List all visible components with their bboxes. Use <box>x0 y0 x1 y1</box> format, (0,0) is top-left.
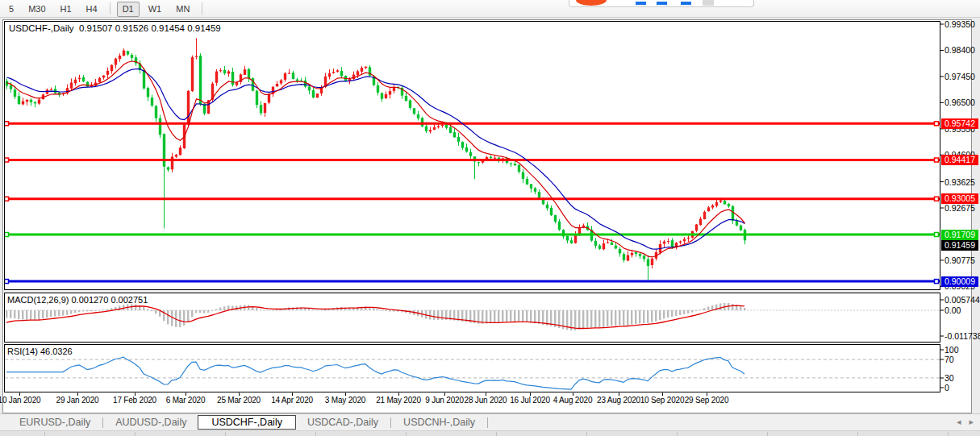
scroll-strip-tick <box>135 432 136 436</box>
scroll-strip-tick <box>496 432 497 436</box>
scroll-strip-tick <box>767 432 768 436</box>
toolbar-separator <box>202 2 202 15</box>
cutoff-window-fragment <box>569 0 754 7</box>
macd-axis-label: -0.011738 <box>945 331 980 341</box>
price-axis-label: 0.92675 <box>945 203 975 213</box>
date-axis-label: 28 Jun 2020 <box>465 396 507 405</box>
symbol-tab-usdcnh[interactable]: USDCNH-,Daily <box>392 415 486 430</box>
macd-axis-label: 0.00 <box>945 305 961 315</box>
timeframe-button-5[interactable]: 5 <box>3 2 19 17</box>
scroll-strip-tick <box>406 432 407 436</box>
price-axis-label: 0.90775 <box>945 255 975 265</box>
symbol-tab-usdcad[interactable]: USDCAD-,Daily <box>296 415 390 430</box>
symbol-tab-usdchf[interactable]: USDCHF-,Daily <box>198 415 296 430</box>
scroll-strip-tick <box>677 432 678 436</box>
date-axis-label: 6 Mar 2020 <box>166 396 206 405</box>
date-axis-label: 14 Apr 2020 <box>271 396 313 405</box>
date-axis-label: 29 Sep 2020 <box>685 396 729 405</box>
symbol-tab-audusd[interactable]: AUDUSD-,Daily <box>104 415 198 430</box>
toolbar-separator <box>110 2 111 15</box>
link-fragment <box>636 2 646 5</box>
price-axis-label: 0.98400 <box>945 45 975 55</box>
date-axis-label: 16 Jul 2020 <box>510 396 550 405</box>
scroll-strip-tick <box>857 432 858 436</box>
tab-separator <box>102 417 103 428</box>
date-axis-label: 9 Jun 2020 <box>425 396 464 405</box>
rsi-axis-label: 30 <box>945 373 954 383</box>
price-axis-label: 0.96500 <box>945 98 975 107</box>
symbol-tab-eurusd[interactable]: EURUSD-,Daily <box>8 415 102 430</box>
tab-scroll-left-icon[interactable]: ◂ <box>957 417 961 426</box>
scroll-strip-tick <box>315 432 316 436</box>
timeframe-button-d1[interactable]: D1 <box>117 2 140 17</box>
bottom-scroll-strip[interactable] <box>0 430 980 436</box>
date-axis-label: 3 May 2020 <box>325 396 365 405</box>
rsi-axis-label: 0 <box>945 383 949 392</box>
timeframe-button-m30[interactable]: M30 <box>23 2 51 17</box>
date-axis-label: 17 Feb 2020 <box>113 396 156 405</box>
timeframe-button-h4[interactable]: H4 <box>81 2 103 17</box>
timeframe-button-mn[interactable]: MN <box>170 2 195 17</box>
symbol-tab-bar: EURUSD-,DailyAUDUSD-,DailyUSDCHF-,DailyU… <box>0 413 980 430</box>
logo-icon <box>576 0 607 6</box>
date-axis-label: 10 Jan 2020 <box>0 396 40 405</box>
hline-price-badge: 0.93005 <box>941 193 978 204</box>
hline-price-badge: 0.90009 <box>941 276 978 287</box>
date-axis-label: 29 Jan 2020 <box>56 396 99 405</box>
tab-scroll-right-icon[interactable]: ▸ <box>969 417 974 426</box>
scroll-strip-tick <box>586 432 587 436</box>
date-axis-label: 25 Mar 2020 <box>217 396 261 405</box>
scroll-strip-tick <box>225 432 226 436</box>
hline-price-badge: 0.91709 <box>941 230 978 240</box>
price-axis-label: 0.93625 <box>945 177 975 187</box>
rsi-axis-label: 100 <box>945 345 959 355</box>
tab-separator <box>487 417 488 428</box>
date-axis-label: 23 Aug 2020 <box>597 396 640 405</box>
rsi-axis-label: 70 <box>945 355 954 364</box>
link-fragment <box>681 2 691 5</box>
timeframe-button-w1[interactable]: W1 <box>143 2 168 17</box>
scroll-strip-tick <box>44 432 45 436</box>
scroll-strip-tick <box>948 432 949 436</box>
link-fragment <box>657 2 667 5</box>
date-axis-label: 4 Aug 2020 <box>553 396 593 405</box>
macd-axis-label: 0.005744 <box>945 295 980 305</box>
date-axis-label: 21 May 2020 <box>376 396 421 405</box>
timeframe-toolbar: 5M30H1H4D1W1MN <box>0 0 980 18</box>
hline-price-badge: 0.94417 <box>941 155 978 165</box>
button-fragment <box>703 0 714 6</box>
timeframe-button-h1[interactable]: H1 <box>55 2 77 17</box>
chart-plot-area[interactable] <box>5 22 940 392</box>
hline-price-badge: 0.95742 <box>941 118 978 129</box>
current-price-badge: 0.91459 <box>941 240 978 251</box>
date-axis-label: 10 Sep 2020 <box>640 396 685 405</box>
price-axis-label: 0.99350 <box>945 19 975 29</box>
price-axis-label: 0.97450 <box>945 72 975 81</box>
trading-app-screen: 5M30H1H4D1W1MN USDCHF-,Daily 0.91507 0.9… <box>0 0 980 436</box>
tab-separator <box>390 417 391 428</box>
tab-scroll-arrows: ◂▸ <box>949 417 974 427</box>
